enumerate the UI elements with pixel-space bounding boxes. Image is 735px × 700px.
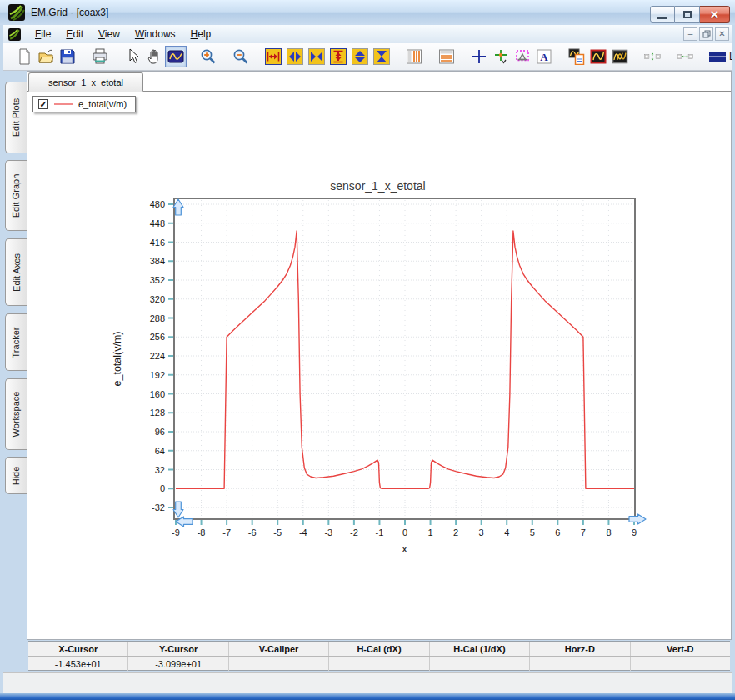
v-arrows-out-icon <box>352 48 368 65</box>
legend-box: ✓ e_total(v/m) <box>32 96 136 112</box>
sidebar-tab-tracker[interactable]: Tracker <box>5 313 27 371</box>
stretch-vertical-button[interactable] <box>349 46 371 68</box>
v-link-icon <box>644 48 661 65</box>
x-tick-label: -6 <box>248 528 257 538</box>
close-button[interactable]: ✕ <box>700 6 730 22</box>
legend-toggle-icon <box>568 48 585 65</box>
link-vertical-button[interactable] <box>642 46 663 68</box>
menu-windows[interactable]: Windows <box>128 27 183 42</box>
pan-hand-button[interactable] <box>143 46 165 68</box>
sidebar-tab-edit-axes[interactable]: Edit Axes <box>5 238 27 306</box>
row-stripes-icon <box>438 48 455 65</box>
sidebar: Edit PlotsEdit GraphEdit AxesTrackerWork… <box>3 71 27 640</box>
single-plot-button[interactable] <box>588 46 609 68</box>
y-tick-label: 64 <box>155 446 165 456</box>
menu-help[interactable]: Help <box>183 27 219 42</box>
legend-toggle-button[interactable] <box>566 46 588 68</box>
sidebar-tab-edit-plots[interactable]: Edit Plots <box>5 82 27 153</box>
expand-vertical-button[interactable] <box>328 46 349 68</box>
chart[interactable]: -9-8-7-6-5-4-3-2-10123456789480448416384… <box>28 72 732 622</box>
y-tick-label: -32 <box>152 502 165 512</box>
app-window: EM.Grid - [coax3] ✕ FileEditViewWindowsH… <box>0 0 735 700</box>
child-restore-icon <box>702 30 711 38</box>
y-tick-label: 32 <box>155 465 165 475</box>
y-tick-label: 384 <box>150 256 165 266</box>
sidebar-tab-label: Edit Graph <box>12 173 22 218</box>
status-col-horz-d: Horz-D <box>530 642 630 656</box>
y-tick-label: 416 <box>150 238 165 248</box>
minimize-icon <box>658 17 668 19</box>
tracker-button[interactable] <box>490 46 512 68</box>
expand-horizontal-button[interactable] <box>262 46 284 68</box>
sidebar-tab-label: Hide <box>12 466 22 485</box>
zoom-out-button[interactable] <box>230 46 252 68</box>
x-tick-label: 8 <box>606 528 611 538</box>
y-tick-label: 192 <box>150 370 165 380</box>
child-close-button[interactable]: ✕ <box>715 27 729 41</box>
x-axis-label: x <box>402 542 408 555</box>
link-horizontal-button[interactable] <box>674 46 696 68</box>
print-button[interactable] <box>89 46 111 68</box>
plot-select-button[interactable] <box>165 46 187 68</box>
child-minimize-icon: – <box>688 29 693 38</box>
save-file-icon <box>59 48 76 65</box>
x-tick-label: -5 <box>273 528 282 538</box>
x-tick-label: -8 <box>198 528 206 538</box>
sidebar-tab-hide[interactable]: Hide <box>5 457 27 494</box>
x-tick-label: 0 <box>402 528 408 538</box>
open-file-button[interactable] <box>35 46 57 68</box>
y-tick-label: 224 <box>150 351 165 361</box>
horizontal-grid-stripes-button[interactable] <box>436 46 458 68</box>
child-minimize-button[interactable]: – <box>683 27 698 41</box>
window-bottom-frame <box>0 693 735 700</box>
app-logo-icon <box>8 4 25 21</box>
new-file-icon <box>16 48 32 65</box>
x-tick-label: -4 <box>299 528 308 538</box>
compress-horizontal-button[interactable] <box>306 46 328 68</box>
crosshair-icon <box>471 48 488 65</box>
window-controls: ✕ <box>650 6 730 22</box>
status-header-row: X-CursorY-CursorV-CaliperH-Cal (dX)H-Cal… <box>28 642 730 657</box>
crosshair-button[interactable] <box>468 46 490 68</box>
document-tab[interactable]: sensor_1_x_etotal <box>28 72 143 92</box>
compress-vertical-button[interactable] <box>371 46 392 68</box>
child-restore-button[interactable] <box>699 27 713 41</box>
h-expand-red-icon <box>265 48 282 65</box>
menu-file[interactable]: File <box>28 27 58 42</box>
plot-area[interactable] <box>174 198 635 519</box>
y-tick-label: 448 <box>150 218 165 228</box>
multi-plot-button[interactable] <box>609 46 631 68</box>
maximize-button[interactable] <box>675 6 700 22</box>
x-tick-label: 7 <box>581 528 586 538</box>
pointer-select-button[interactable] <box>122 46 143 68</box>
stretch-horizontal-button[interactable] <box>284 46 306 68</box>
y-tick-label: 128 <box>150 408 165 418</box>
minimize-button[interactable] <box>650 6 675 22</box>
y-tick-label: 352 <box>150 275 165 285</box>
h-link-icon <box>677 48 693 65</box>
menu-edit[interactable]: Edit <box>58 27 91 42</box>
save-file-button[interactable] <box>57 46 78 68</box>
zoom-in-icon <box>200 48 217 65</box>
x-tick-label: 9 <box>632 528 637 538</box>
menu-view[interactable]: View <box>91 27 128 42</box>
x-tick-label: -7 <box>222 528 231 538</box>
status-value-4 <box>430 657 530 671</box>
svg-text:A: A <box>540 51 548 63</box>
y-tick-label: 320 <box>150 294 165 304</box>
y-tick-label: 480 <box>150 199 165 209</box>
layout-button[interactable]: Layout <box>707 46 732 68</box>
vertical-grid-stripes-button[interactable] <box>403 46 425 68</box>
text-annotation-button[interactable]: A <box>533 46 555 68</box>
y-tick-label: 160 <box>150 389 165 399</box>
caliper-button[interactable] <box>512 46 533 68</box>
pointer-icon <box>124 48 141 65</box>
status-col-y-cursor: Y-Cursor <box>128 642 228 656</box>
sidebar-tab-workspace[interactable]: Workspace <box>5 378 27 450</box>
x-tick-label: 4 <box>504 528 509 538</box>
zoom-in-button[interactable] <box>198 46 219 68</box>
sidebar-tab-edit-graph[interactable]: Edit Graph <box>5 160 27 231</box>
new-file-button[interactable] <box>13 46 35 68</box>
legend-checkbox[interactable]: ✓ <box>38 99 48 109</box>
x-tick-label: 1 <box>428 528 432 538</box>
